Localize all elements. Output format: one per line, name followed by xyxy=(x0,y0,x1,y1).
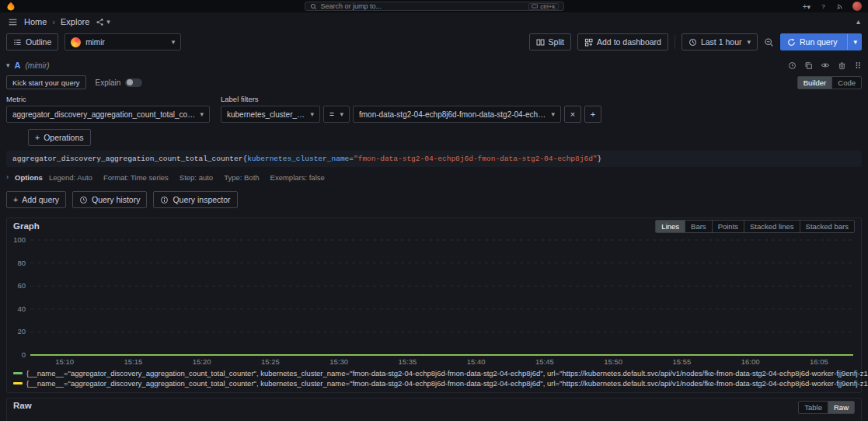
outline-button[interactable]: Outline xyxy=(6,33,58,50)
user-avatar[interactable] xyxy=(852,2,862,11)
style-stacked-bars-button[interactable]: Stacked bars xyxy=(800,221,854,232)
builder-mode-button[interactable]: Builder xyxy=(798,77,832,89)
new-menu-button[interactable]: +▾ xyxy=(803,2,810,11)
svg-text:15:30: 15:30 xyxy=(329,357,348,366)
view-raw-button[interactable]: Raw xyxy=(828,402,854,413)
label-operator-select[interactable]: = ▾ xyxy=(323,106,350,123)
label-filters-field: Label filters kubernetes_cluster_name ▾ … xyxy=(221,95,601,123)
svg-text:0: 0 xyxy=(22,350,26,359)
chart-canvas[interactable]: 02040608010015:1015:1515:2015:2515:3015:… xyxy=(9,234,859,367)
time-series-chart[interactable]: 02040608010015:1015:1515:2015:2515:3015:… xyxy=(7,234,861,367)
grafana-logo[interactable] xyxy=(6,2,16,11)
shortcut-text: ctrl+k xyxy=(540,3,555,10)
metric-field: Metric aggregator_discovery_aggregation_… xyxy=(6,95,210,123)
label-value-select[interactable]: fmon-data-stg2-04-echp8j6d-fmon-data-stg… xyxy=(353,106,561,123)
breadcrumb-home[interactable]: Home xyxy=(24,17,47,26)
metric-select[interactable]: aggregator_discovery_aggregation_count_t… xyxy=(6,106,210,123)
add-query-button[interactable]: + Add query xyxy=(6,191,66,208)
style-lines-button[interactable]: Lines xyxy=(656,221,685,232)
query-history-icon[interactable] xyxy=(788,61,797,70)
style-stacked-lines-button[interactable]: Stacked lines xyxy=(744,221,800,232)
svg-text:20: 20 xyxy=(17,327,26,336)
metric-field-label: Metric xyxy=(6,95,210,103)
graph-panel-header: Graph Lines Bars Points Stacked lines St… xyxy=(7,218,861,234)
remove-query-trash-icon[interactable] xyxy=(838,61,846,70)
option-format: Format: Time series xyxy=(103,173,169,182)
label-filters-label: Label filters xyxy=(221,95,601,103)
collapse-toolbar-icon[interactable]: ▴ xyxy=(856,18,860,26)
label-name-select[interactable]: kubernetes_cluster_name ▾ xyxy=(221,106,320,123)
svg-text:80: 80 xyxy=(17,259,26,267)
query-preview: aggregator_discovery_aggregation_count_t… xyxy=(6,151,862,167)
breadcrumb-explore[interactable]: Explore xyxy=(61,17,89,26)
split-button[interactable]: Split xyxy=(529,33,571,50)
series-label[interactable]: {__name__="aggregator_discovery_aggregat… xyxy=(26,368,868,378)
query-ref-id[interactable]: A xyxy=(15,61,21,70)
dashboard-grid-icon xyxy=(584,38,593,47)
series-color-swatch[interactable] xyxy=(13,372,23,374)
remove-filter-button[interactable]: × xyxy=(564,106,581,123)
style-points-button[interactable]: Points xyxy=(712,221,744,232)
hide-response-eye-icon[interactable] xyxy=(821,61,830,70)
zoom-out-icon[interactable] xyxy=(764,37,774,47)
svg-text:15:45: 15:45 xyxy=(535,357,554,366)
query-history-button[interactable]: Query history xyxy=(72,191,147,208)
option-legend: Legend: Auto xyxy=(49,173,92,182)
chart-legend: {__name__="aggregator_discovery_aggregat… xyxy=(7,367,861,392)
split-icon xyxy=(536,38,545,47)
options-title: Options xyxy=(15,173,43,182)
chevron-down-icon: ▾ xyxy=(747,39,751,46)
query-options-row[interactable]: › Options Legend: Auto Format: Time seri… xyxy=(6,170,862,186)
code-mode-button[interactable]: Code xyxy=(831,77,861,89)
legend-item[interactable]: {__name__="aggregator_discovery_aggregat… xyxy=(13,368,855,378)
label-value-value: fmon-data-stg2-04-echp8j6d-fmon-data-stg… xyxy=(359,110,546,119)
add-to-dashboard-button[interactable]: Add to dashboard xyxy=(577,33,668,50)
svg-text:15:15: 15:15 xyxy=(124,357,142,366)
chevron-down-icon: ▾ xyxy=(310,111,314,118)
drag-handle[interactable] xyxy=(854,61,862,70)
share-icon xyxy=(96,18,104,26)
svg-text:15:55: 15:55 xyxy=(672,357,691,366)
breadcrumb: Home › Explore xyxy=(24,17,89,26)
svg-text:16:05: 16:05 xyxy=(810,357,828,366)
explain-toggle[interactable] xyxy=(125,78,142,87)
legend-item[interactable]: {__name__="aggregator_discovery_aggregat… xyxy=(13,378,855,388)
duplicate-query-icon[interactable] xyxy=(804,61,813,70)
explore-actions-row: + Add query Query history Query inspecto… xyxy=(0,186,868,214)
raw-view-toggle: Table Raw xyxy=(798,401,855,414)
svg-text:60: 60 xyxy=(17,281,26,290)
datasource-picker[interactable]: mimir ▾ xyxy=(64,33,181,50)
query-row-header: ▾ A (mimir) xyxy=(6,57,862,73)
outline-icon xyxy=(13,38,22,47)
label-operator-value: = xyxy=(329,110,334,119)
add-filter-button[interactable]: + xyxy=(584,106,601,123)
style-bars-button[interactable]: Bars xyxy=(685,221,712,232)
add-operation-button[interactable]: + Operations xyxy=(28,129,91,146)
view-table-button[interactable]: Table xyxy=(799,402,828,413)
preview-close-brace: } xyxy=(598,155,602,163)
svg-text:100: 100 xyxy=(13,235,26,244)
help-icon[interactable]: ? xyxy=(819,2,828,11)
breadcrumb-separator-icon: › xyxy=(52,17,55,26)
info-circle-icon xyxy=(160,196,169,204)
search-bar[interactable]: Search or jump to... ctrl+k xyxy=(305,2,564,11)
shortcut-badge: ctrl+k xyxy=(528,3,558,10)
collapse-query-icon[interactable]: ▾ xyxy=(6,62,10,69)
share-shortlink-button[interactable]: ▾ xyxy=(96,18,110,26)
run-query-interval-dropdown[interactable]: ▾ xyxy=(847,34,861,50)
options-summary: Legend: Auto Format: Time series Step: a… xyxy=(49,173,325,182)
series-color-swatch[interactable] xyxy=(13,382,23,384)
query-inspector-button[interactable]: Query inspector xyxy=(153,191,237,208)
kickstart-query-button[interactable]: Kick start your query xyxy=(6,75,86,89)
series-label[interactable]: {__name__="aggregator_discovery_aggregat… xyxy=(26,378,868,388)
svg-text:16:00: 16:00 xyxy=(741,357,760,366)
news-icon[interactable] xyxy=(836,2,844,10)
time-range-picker[interactable]: Last 1 hour ▾ xyxy=(682,33,758,50)
preview-label-value: "fmon-data-stg2-04-echp8j6d-fmon-data-st… xyxy=(354,155,598,163)
datasource-name: mimir xyxy=(85,38,104,47)
menu-icon[interactable] xyxy=(8,17,18,27)
plus-icon: + xyxy=(13,195,18,204)
time-range-label: Last 1 hour xyxy=(701,37,742,47)
option-type: Type: Both xyxy=(224,173,259,182)
run-query-button[interactable]: Run query ▾ xyxy=(780,33,862,50)
